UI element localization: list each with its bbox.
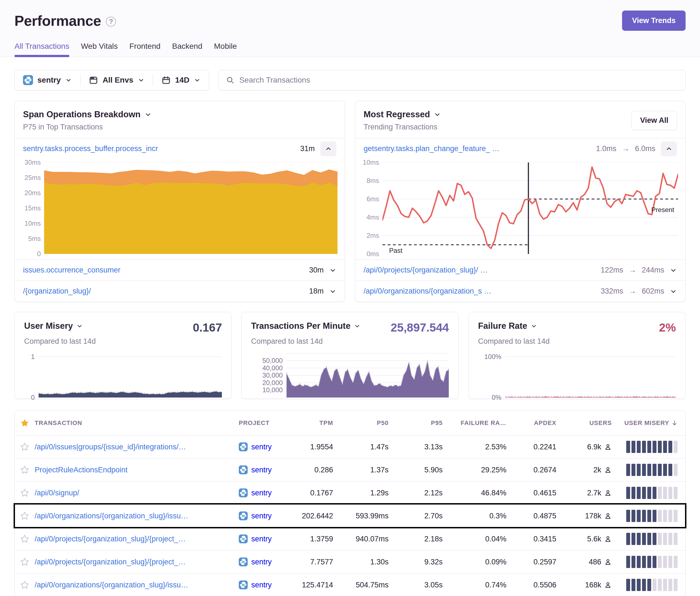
star-outline-icon[interactable] — [20, 580, 29, 590]
failure-rate-cell: 0.3% — [443, 512, 506, 520]
star-outline-icon[interactable] — [20, 442, 29, 451]
tpm-subtitle: Compared to last 14d — [251, 337, 449, 346]
project-filter[interactable]: sentry — [15, 70, 80, 90]
table-row-selected[interactable]: /api/0/organizations/{organization_slug}… — [15, 504, 685, 527]
search-input[interactable] — [239, 76, 678, 84]
tpm-chart — [286, 352, 449, 397]
table-row[interactable]: /api/0/projects/{organization_slug}/{pro… — [15, 550, 685, 573]
col-user-misery[interactable]: USER MISERY — [612, 419, 685, 426]
date-range-filter[interactable]: 14D — [153, 70, 209, 90]
user-misery-bars — [612, 579, 685, 591]
expand-button[interactable] — [670, 288, 677, 295]
users-count: 486 — [589, 558, 601, 566]
chevron-down-icon[interactable] — [434, 111, 441, 118]
star-outline-icon[interactable] — [20, 511, 29, 521]
project-link[interactable]: sentry — [251, 535, 272, 543]
col-project[interactable]: PROJECT — [239, 419, 294, 426]
chevron-down-icon — [194, 77, 201, 83]
chevron-down-icon[interactable] — [354, 323, 360, 329]
tab-mobile[interactable]: Mobile — [214, 42, 237, 57]
view-all-button[interactable]: View All — [631, 111, 677, 130]
project-link[interactable]: sentry — [251, 581, 272, 589]
view-trends-button[interactable]: View Trends — [622, 10, 685, 31]
span-op-link[interactable]: /{organization_slug}/ — [23, 287, 91, 295]
p95-cell: 2.12s — [389, 489, 443, 497]
tab-backend[interactable]: Backend — [172, 42, 202, 57]
project-link[interactable]: sentry — [251, 466, 272, 474]
apdex-cell: 0.5506 — [506, 581, 556, 589]
span-op-link[interactable]: issues.occurrence_consumer — [23, 266, 120, 275]
col-failure-rate[interactable]: FAILURE RA… — [443, 419, 506, 426]
tab-all-transactions[interactable]: All Transactions — [15, 42, 69, 57]
user-misery-bars — [612, 464, 685, 476]
chevron-up-icon — [325, 145, 332, 153]
transaction-link[interactable]: /api/0/projects/{organization_slug}/{pro… — [35, 535, 239, 543]
failure-rate-value: 2% — [659, 321, 676, 334]
calendar-icon — [161, 75, 171, 85]
p50-cell: 1.37s — [333, 466, 389, 474]
project-link[interactable]: sentry — [251, 512, 272, 520]
chevron-down-icon — [65, 77, 72, 83]
tpm-title: Transactions Per Minute — [251, 321, 350, 331]
col-tpm[interactable]: TPM — [294, 419, 333, 426]
transaction-link[interactable]: /api/0/projects/{organization_slug}/{pro… — [35, 558, 239, 566]
chevron-down-icon[interactable] — [145, 111, 152, 118]
transaction-link[interactable]: ProjectRuleActionsEndpoint — [35, 466, 239, 474]
help-icon[interactable]: ? — [106, 17, 116, 27]
p95-cell: 3.05s — [389, 581, 443, 589]
chevron-down-icon[interactable] — [76, 323, 83, 329]
transaction-link[interactable]: /api/0/organizations/{organization_slug}… — [35, 581, 239, 589]
span-chart-y-axis: 30ms25ms20ms15ms10ms5ms0 — [19, 162, 44, 254]
failure-rate-y-axis: 100%0% — [478, 352, 505, 397]
table-row[interactable]: /api/0/signup/ sentry 0.1767 1.29s 2.12s… — [15, 481, 685, 504]
table-row[interactable]: /api/0/organizations/{organization_slug}… — [15, 573, 685, 596]
environment-filter[interactable]: All Envs — [80, 70, 153, 90]
tab-web-vitals[interactable]: Web Vitals — [81, 42, 118, 57]
span-op-link[interactable]: sentry.tasks.process_buffer.process_incr — [23, 145, 158, 153]
regressed-transaction-link[interactable]: /api/0/organizations/{organization_s … — [364, 287, 492, 295]
table-row[interactable]: /api/0/projects/{organization_slug}/{pro… — [15, 527, 685, 550]
col-p95[interactable]: P95 — [389, 419, 443, 426]
star-filled-icon[interactable] — [20, 418, 30, 428]
regressed-transaction-link[interactable]: getsentry.tasks.plan_change_feature_ … — [364, 145, 499, 153]
user-icon — [604, 443, 612, 451]
project-link[interactable]: sentry — [251, 558, 272, 566]
expand-button[interactable] — [670, 267, 677, 274]
col-users[interactable]: USERS — [556, 419, 612, 426]
python-project-icon — [239, 558, 248, 566]
col-apdex[interactable]: APDEX — [506, 419, 556, 426]
project-link[interactable]: sentry — [251, 443, 272, 451]
col-p50[interactable]: P50 — [333, 419, 389, 426]
regression-to-value: 602ms — [642, 287, 664, 295]
regression-from-value: 122ms — [601, 266, 623, 275]
failure-rate-cell: 0.09% — [443, 558, 506, 566]
page-header: Performance ? View Trends All Transactio… — [0, 0, 700, 57]
user-misery-bars — [612, 533, 685, 545]
chevron-down-icon[interactable] — [530, 323, 537, 329]
user-icon — [604, 535, 612, 543]
star-outline-icon[interactable] — [20, 488, 29, 498]
python-project-icon — [239, 465, 248, 474]
p95-cell: 3.13s — [389, 443, 443, 451]
transaction-link[interactable]: /api/0/signup/ — [35, 489, 239, 497]
expand-button[interactable] — [329, 267, 336, 274]
project-link[interactable]: sentry — [251, 489, 272, 497]
user-misery-subtitle: Compared to last 14d — [24, 337, 222, 346]
regressed-transaction-link[interactable]: /api/0/projects/{organization_slug}/ … — [364, 266, 488, 275]
failure-rate-cell: 29.25% — [443, 466, 506, 474]
expand-button[interactable] — [329, 288, 336, 295]
user-icon — [604, 489, 612, 497]
span-breakdown-chart: 30ms25ms20ms15ms10ms5ms0 — [15, 159, 345, 259]
transaction-link[interactable]: /api/0/issues|groups/{issue_id}/integrat… — [35, 443, 239, 451]
tab-frontend[interactable]: Frontend — [129, 42, 160, 57]
collapse-button[interactable] — [320, 141, 336, 156]
transaction-link[interactable]: /api/0/organizations/{organization_slug}… — [35, 512, 239, 520]
star-outline-icon[interactable] — [20, 557, 29, 567]
table-row[interactable]: ProjectRuleActionsEndpoint sentry 0.286 … — [15, 458, 685, 481]
star-outline-icon[interactable] — [20, 465, 29, 474]
col-transaction[interactable]: TRANSACTION — [35, 419, 239, 426]
collapse-button[interactable] — [661, 141, 677, 156]
tpm-cell: 0.1767 — [294, 489, 333, 497]
table-row[interactable]: /api/0/issues|groups/{issue_id}/integrat… — [15, 435, 685, 458]
star-outline-icon[interactable] — [20, 534, 29, 544]
